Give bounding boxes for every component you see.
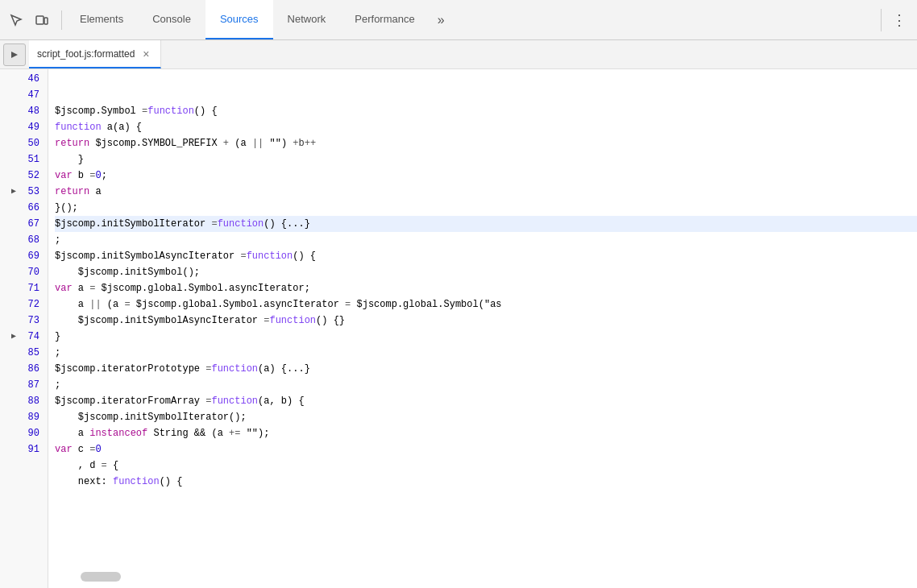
line-number-text: 88: [22, 393, 39, 409]
tab-performance[interactable]: Performance: [340, 0, 429, 39]
code-line: ;: [55, 377, 917, 393]
line-number-text: 85: [22, 345, 39, 361]
line-number-text: 47: [22, 87, 39, 103]
code-line: }: [55, 151, 917, 168]
line-number-text: 67: [22, 216, 39, 232]
line-number: 66: [0, 200, 41, 216]
tab-console[interactable]: Console: [138, 0, 205, 39]
line-number-text: 50: [22, 135, 39, 151]
line-number: 69: [0, 248, 41, 264]
file-tab-script[interactable]: script_foot.js:formatted ×: [29, 40, 161, 68]
code-line: next: function() {: [55, 474, 917, 490]
line-number: 73: [0, 313, 41, 329]
code-line: ;: [55, 345, 917, 361]
line-number: 51: [0, 151, 41, 168]
file-tab-close[interactable]: ×: [139, 48, 152, 60]
code-line: var b = 0;: [55, 168, 917, 184]
nav-tabs: Elements Console Sources Network Perform…: [65, 0, 881, 39]
code-line: a || (a = $jscomp.global.Symbol.asyncIte…: [55, 296, 917, 313]
devtools-toolbar: Elements Console Sources Network Perform…: [0, 0, 917, 40]
more-tabs-button[interactable]: »: [429, 0, 453, 39]
code-content[interactable]: $jscomp.Symbol = function() { function a…: [48, 69, 917, 588]
toolbar-right: ⋮: [881, 9, 911, 31]
line-number: ▶53: [0, 184, 41, 200]
line-number: 50: [0, 135, 41, 151]
line-number-text: 52: [22, 168, 39, 184]
toolbar-icons: [6, 10, 62, 30]
line-number: 88: [0, 393, 41, 409]
line-number: 47: [0, 87, 41, 103]
svg-rect-1: [44, 18, 48, 24]
code-area: 46474849505152▶536667686970717273▶748586…: [0, 69, 917, 588]
code-line: $jscomp.initSymbolAsyncIterator = functi…: [55, 313, 917, 329]
line-number-text: 74: [22, 329, 39, 345]
code-line: return a: [55, 184, 917, 200]
code-line: $jscomp.initSymbolIterator();: [55, 409, 917, 425]
line-number-text: 66: [22, 200, 39, 216]
line-number: 90: [0, 425, 41, 441]
line-number-text: 73: [22, 313, 39, 329]
inspect-icon[interactable]: [6, 10, 26, 30]
code-line: $jscomp.initSymbol();: [55, 264, 917, 280]
code-line: ;: [55, 232, 917, 248]
line-number-text: 86: [22, 361, 39, 377]
code-line: $jscomp.iteratorPrototype = function(a) …: [55, 361, 917, 377]
line-number: 70: [0, 264, 41, 280]
line-number-text: 89: [22, 409, 39, 425]
line-number: 89: [0, 409, 41, 425]
code-line: a instanceof String && (a += "");: [55, 425, 917, 441]
line-number: 72: [0, 296, 41, 313]
collapse-arrow[interactable]: ▶: [9, 329, 19, 345]
code-line: $jscomp.iteratorFromArray = function(a, …: [55, 393, 917, 409]
file-tab-name: script_foot.js:formatted: [37, 48, 135, 60]
scroll-indicator[interactable]: [81, 572, 121, 582]
line-number: 52: [0, 168, 41, 184]
line-number: 49: [0, 119, 41, 135]
line-number-text: 49: [22, 119, 39, 135]
collapse-arrow[interactable]: ▶: [9, 184, 19, 200]
line-number-text: 51: [22, 151, 39, 168]
line-number-text: 71: [22, 280, 39, 296]
line-number-text: 90: [22, 425, 39, 441]
svg-rect-0: [36, 16, 44, 24]
line-number: 46: [0, 71, 41, 87]
code-line: $jscomp.Symbol = function() {: [55, 103, 917, 119]
line-number: 85: [0, 345, 41, 361]
line-number-text: 68: [22, 232, 39, 248]
code-line: function a(a) {: [55, 119, 917, 135]
file-tab-bar: script_foot.js:formatted ×: [0, 40, 917, 69]
line-number-text: 70: [22, 264, 39, 280]
line-number: ▶74: [0, 329, 41, 345]
line-number: 48: [0, 103, 41, 119]
tab-elements[interactable]: Elements: [65, 0, 138, 39]
tab-network[interactable]: Network: [273, 0, 341, 39]
line-number: 67: [0, 216, 41, 232]
code-line: return $jscomp.SYMBOL_PREFIX + (a || "")…: [55, 135, 917, 151]
code-line: }: [55, 329, 917, 345]
line-number-text: 72: [22, 296, 39, 313]
line-number: 87: [0, 377, 41, 393]
line-number-text: 48: [22, 103, 39, 119]
svg-marker-2: [11, 52, 18, 58]
line-number: 68: [0, 232, 41, 248]
code-line: $jscomp.initSymbolAsyncIterator = functi…: [55, 248, 917, 264]
code-line: }();: [55, 200, 917, 216]
line-number-text: 91: [22, 441, 39, 458]
line-number-text: 46: [22, 71, 39, 87]
line-number: 71: [0, 280, 41, 296]
line-number-text: 69: [22, 248, 39, 264]
line-number-text: 53: [22, 184, 39, 200]
line-number-text: 87: [22, 377, 39, 393]
tab-sources[interactable]: Sources: [205, 0, 273, 39]
code-line: , d = {: [55, 458, 917, 474]
code-line: var c = 0: [55, 441, 917, 458]
more-options-button[interactable]: ⋮: [888, 9, 911, 31]
line-number: 86: [0, 361, 41, 377]
line-number: 91: [0, 441, 41, 458]
line-numbers: 46474849505152▶536667686970717273▶748586…: [0, 69, 48, 588]
code-line: $jscomp.initSymbolIterator = function() …: [55, 216, 917, 232]
code-line: var a = $jscomp.global.Symbol.asyncItera…: [55, 280, 917, 296]
device-icon[interactable]: [32, 10, 52, 30]
panel-toggle-button[interactable]: [3, 43, 26, 66]
